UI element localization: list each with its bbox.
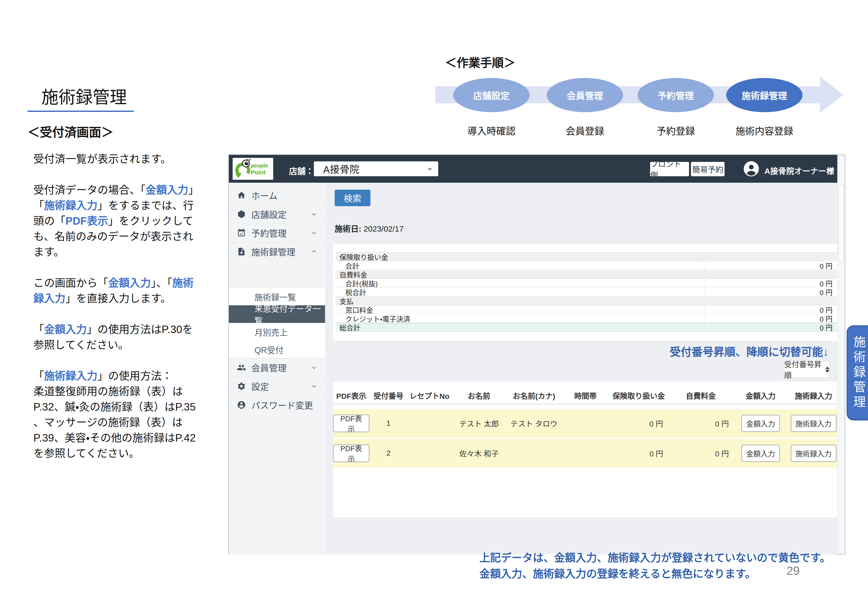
workflow-sub-store: 導入時確認	[453, 124, 530, 137]
sidebar-item-settings[interactable]: 設定	[229, 377, 325, 395]
section-subtitle: ＜受付済画面＞	[27, 122, 114, 140]
workflow-sub-records: 施術内容登録	[726, 124, 803, 137]
workflow-sub-members: 会員登録	[547, 124, 623, 137]
sidebar-item-reservation[interactable]: 予約管理	[229, 223, 325, 242]
reception-table-card: PDF表示 受付番号 レセプトNo お名前 お名前(カナ) 時間帯 保険取り扱い…	[333, 381, 839, 517]
sort-order-select[interactable]: 受付番号昇順	[784, 361, 830, 378]
summary-row-subtotal-extax: 合計(税抜)0 円	[336, 279, 837, 288]
summary-section-selfpay: 自費料金	[336, 270, 837, 279]
table-row: PDF表示 2 佐々木 和子 0 円 0 円 金額入力 施術録入力	[333, 439, 839, 467]
reception-number: 1	[369, 419, 408, 428]
table-header-row: PDF表示 受付番号 レセプトNo お名前 お名前(カナ) 時間帯 保険取り扱い…	[333, 387, 839, 404]
amount-input-button[interactable]: 金額入力	[742, 445, 780, 462]
summary-section-payment: 支払	[336, 296, 837, 305]
paragraph-1: 受付済一覧が表示されます。	[34, 151, 200, 167]
store-label: 店舗：	[289, 165, 314, 177]
title-underline	[27, 111, 134, 112]
chapter-tab-label: 施術録管理	[850, 336, 868, 410]
summary-section-insurance: 保険取り扱い金	[336, 252, 837, 261]
user-menu-chevron-icon[interactable]	[826, 165, 835, 174]
user-avatar[interactable]	[743, 160, 760, 177]
file-plus-icon	[237, 247, 246, 256]
search-button[interactable]: 検索	[335, 190, 370, 206]
amount-input-button[interactable]: 金額入力	[742, 415, 780, 432]
workflow-step-store: 店舗設定	[453, 78, 530, 112]
box-icon	[237, 210, 246, 219]
app-main: 検索 施術日: 2023/02/17 保険取り扱い金 合計0 円 自費料金 合計…	[325, 183, 837, 555]
pdf-view-button[interactable]: PDF表示	[333, 444, 369, 462]
summary-row-total: 合計0 円	[336, 261, 837, 270]
people-point-logo[interactable]: people Point	[233, 158, 273, 180]
table-row: PDF表示 1 テスト 太郎 テスト タロウ 0 円 0 円 金額入力 施術録入…	[333, 409, 839, 438]
patient-kana: テスト タロウ	[507, 418, 561, 429]
paragraph-3: この画面から「金額入力」、「施術録入力」を直接入力します。	[34, 275, 200, 306]
calendar-check-icon	[237, 228, 246, 238]
summary-row-grand-total: 総合計0 円	[336, 323, 837, 332]
chevron-down-icon	[311, 383, 318, 390]
self-fee-amount: 0 円	[668, 418, 734, 429]
app-sidebar: ホーム 店舗設定 予約管理 施術録管理 施術録一覧	[229, 183, 325, 555]
workflow-arrowhead-icon	[820, 77, 844, 113]
workflow-sub-reservation: 予約登録	[638, 124, 714, 137]
summary-row-credit: クレジット・電子決済0 円	[336, 314, 837, 323]
store-select[interactable]: A接骨院	[314, 161, 438, 176]
person-circle-icon	[237, 400, 246, 409]
home-icon	[237, 191, 246, 200]
summary-row-window-fee: 窓口料金0 円	[336, 305, 837, 314]
chapter-tab[interactable]: 施術録管理	[847, 325, 868, 420]
record-input-button[interactable]: 施術録入力	[791, 415, 836, 432]
paragraph-2: 受付済データの場合、「金額入力」「施術録入力」をするまでは、行頭の「PDF表示」…	[34, 182, 200, 259]
yellow-row-note-line1: 上記データは、金額入力、施術録入力が登録されていないので黄色です。	[480, 549, 831, 565]
yellow-row-note-line2: 金額入力、施術録入力の登録を終えると無色になります。	[480, 565, 756, 581]
chevron-down-icon	[311, 229, 318, 236]
submenu-item-qr-reception[interactable]: QR受付	[229, 340, 325, 358]
totals-summary-card: 保険取り扱い金 合計0 円 自費料金 合計(税抜)0 円 税合計0 円 支払 窓…	[333, 244, 839, 341]
insurance-amount: 0 円	[609, 448, 668, 459]
chevron-down-icon	[426, 165, 434, 173]
totals-table: 保険取り扱い金 合計0 円 自費料金 合計(税抜)0 円 税合計0 円 支払 窓…	[336, 252, 837, 332]
treatment-date: 施術日: 2023/02/17	[335, 222, 404, 234]
gear-icon	[237, 382, 246, 391]
self-fee-amount: 0 円	[668, 448, 734, 459]
workflow-step-reservation: 予約管理	[638, 78, 714, 112]
workflow-step-members: 会員管理	[547, 78, 623, 112]
insurance-amount: 0 円	[609, 418, 668, 429]
paragraph-5: 「施術録入力」の使用方法：柔道整復師用の施術録（表）はP.32、鍼・灸の施術録（…	[34, 368, 200, 461]
chevron-up-icon	[311, 248, 318, 255]
user-name: A接骨院オーナー様	[764, 165, 834, 176]
patient-name: テスト 太郎	[451, 418, 507, 429]
sort-annotation: 受付番号昇順、降順に切替可能↓	[325, 343, 828, 359]
store-select-value: A接骨院	[323, 162, 426, 176]
sidebar-item-member-management[interactable]: 会員管理	[229, 358, 325, 377]
chevron-down-icon	[311, 211, 318, 218]
sort-arrows-icon	[825, 366, 830, 373]
submenu-item-monthly-sales[interactable]: 月別売上	[229, 323, 325, 340]
front-side-button[interactable]: フロント側	[650, 162, 689, 176]
patient-name: 佐々木 和子	[451, 448, 507, 459]
workflow-heading: ＜作業手順＞	[445, 53, 515, 70]
paragraph-4: 「金額入力」の使用方法はP.30を参照してください。	[34, 322, 200, 352]
svg-text:Point: Point	[251, 169, 266, 176]
sidebar-item-treatment-records[interactable]: 施術録管理	[229, 242, 325, 261]
scrollbar-thumb[interactable]	[839, 184, 844, 262]
svg-text:people: people	[251, 163, 268, 169]
sidebar-item-store-settings[interactable]: 店舗設定	[229, 204, 325, 223]
record-input-button[interactable]: 施術録入力	[791, 445, 836, 462]
page-number: 29	[787, 564, 799, 578]
summary-row-tax-total: 税合計0 円	[336, 288, 837, 296]
sidebar-item-password-change[interactable]: パスワード変更	[229, 395, 325, 414]
chevron-down-icon	[311, 364, 318, 371]
workflow-step-records-active: 施術録管理	[726, 78, 803, 112]
description-text: 受付済一覧が表示されます。 受付済データの場合、「金額入力」「施術録入力」をする…	[34, 151, 200, 476]
sidebar-item-home[interactable]: ホーム	[229, 186, 325, 204]
users-icon	[237, 363, 246, 372]
page-title: 施術録管理	[41, 83, 127, 108]
manual-page: 施術録管理 ＜受付済画面＞ 受付済一覧が表示されます。 受付済データの場合、「金…	[0, 0, 868, 601]
easy-reservation-button[interactable]: 簡易予約	[691, 162, 725, 176]
treatment-records-submenu: 施術録一覧 来患受付データ一覧 月別売上 QR受付	[229, 287, 325, 358]
pdf-view-button[interactable]: PDF表示	[333, 415, 369, 432]
app-scrollbar[interactable]	[837, 155, 845, 554]
reception-number: 2	[369, 449, 408, 458]
app-window: people Point 店舗： A接骨院 フロント側 簡易予約 A接骨院オーナ…	[228, 154, 845, 555]
submenu-item-reception-data-list[interactable]: 来患受付データ一覧	[229, 305, 325, 323]
